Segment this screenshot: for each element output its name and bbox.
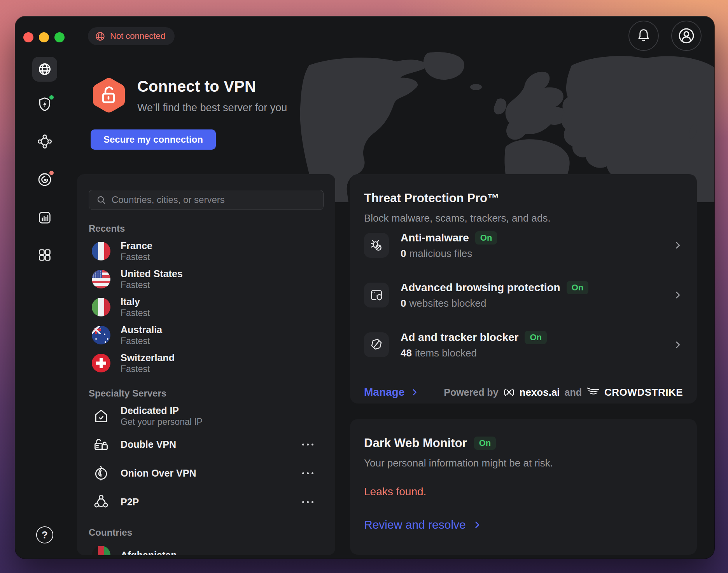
feature-row-anti-malware[interactable]: Anti-malware On 0malicious files <box>364 233 683 258</box>
feature-row-advanced-browsing-protection[interactable]: Advanced browsing protection On 0website… <box>364 283 683 307</box>
italy-flag-icon <box>92 298 110 316</box>
sidebar-item-vpn[interactable] <box>32 57 57 82</box>
status-badge: On <box>525 331 547 344</box>
server-search-box[interactable] <box>89 190 324 210</box>
server-row-australia[interactable]: Australia Fastest <box>89 321 324 349</box>
chevron-right-icon <box>673 290 683 300</box>
status-badge: On <box>475 231 497 245</box>
secure-connection-button[interactable]: Secure my connection <box>91 129 216 150</box>
globe-icon <box>38 62 52 76</box>
manage-link[interactable]: Manage <box>364 386 419 398</box>
server-row-onion-over-vpn[interactable]: Onion Over VPN <box>89 459 324 487</box>
united-states-flag-icon <box>92 270 110 288</box>
dark-web-monitor-card: Dark Web Monitor On Your personal inform… <box>350 419 697 555</box>
meshnet-icon <box>37 134 52 149</box>
close-window-button[interactable] <box>23 32 33 42</box>
threat-protection-card: Threat Protection Pro™ Block malware, sc… <box>350 174 697 404</box>
dark-web-alert-dot <box>48 169 55 176</box>
australia-flag-icon <box>92 326 110 344</box>
server-row-p2p[interactable]: P2P <box>89 487 324 516</box>
server-row-italy[interactable]: Italy Fastest <box>89 293 324 321</box>
crowdstrike-falcon-icon <box>586 386 600 398</box>
app-window: Not connected <box>15 16 714 559</box>
server-row-double-vpn[interactable]: Double VPN <box>89 430 324 459</box>
chevron-right-icon <box>673 340 683 350</box>
onion-over-vpn-icon <box>92 464 110 482</box>
sidebar-item-apps[interactable] <box>32 243 57 267</box>
notifications-button[interactable] <box>628 21 659 51</box>
grid-icon <box>37 248 52 262</box>
sidebar-item-meshnet[interactable] <box>32 129 57 154</box>
section-title-recents: Recents <box>89 223 324 234</box>
status-badge: On <box>474 437 496 450</box>
double-vpn-icon <box>92 435 110 454</box>
connection-status-text: Not connected <box>110 31 165 41</box>
search-icon <box>96 195 106 205</box>
nexos-logo-icon <box>503 388 515 397</box>
anti-malware-icon <box>364 233 389 258</box>
dedicated-ip-icon <box>92 407 110 425</box>
p2p-options-button[interactable] <box>299 498 317 506</box>
double-vpn-options-button[interactable] <box>299 440 317 449</box>
connection-status-pill: Not connected <box>88 27 175 45</box>
bar-chart-icon <box>37 210 52 225</box>
server-row-switzerland[interactable]: Switzerland Fastest <box>89 349 324 377</box>
onion-over-vpn-options-button[interactable] <box>299 469 317 477</box>
help-question-mark: ? <box>42 529 48 541</box>
profile-button[interactable] <box>671 21 702 51</box>
unlocked-vpn-icon <box>90 77 128 114</box>
sidebar-item-threat-protection[interactable] <box>32 92 57 117</box>
sidebar-item-dark-web-monitor[interactable] <box>32 167 57 192</box>
chevron-right-icon <box>673 240 683 250</box>
ad-blocker-icon <box>364 332 389 357</box>
chevron-right-icon <box>410 388 419 397</box>
server-list-panel: Recents France Fastest United States Fas… <box>77 174 335 555</box>
page-title: Connect to VPN <box>137 78 256 95</box>
section-title-countries: Countries <box>89 527 324 538</box>
fullscreen-window-button[interactable] <box>54 32 65 42</box>
search-input[interactable] <box>112 194 316 205</box>
dark-web-monitor-title: Dark Web Monitor <box>364 436 467 450</box>
window-controls <box>23 32 65 42</box>
feature-row-ad-tracker-blocker[interactable]: Ad and tracker blocker On 48items blocke… <box>364 332 683 357</box>
bell-icon <box>635 28 652 44</box>
profile-icon <box>677 27 695 45</box>
minimize-window-button[interactable] <box>39 32 49 42</box>
sidebar-item-statistics[interactable] <box>32 205 57 230</box>
browsing-protection-icon <box>364 283 389 307</box>
server-row-afghanistan[interactable]: Afghanistan <box>89 541 324 555</box>
threat-protection-subtitle: Block malware, scams, trackers, and ads. <box>364 212 683 224</box>
server-row-dedicated-ip[interactable]: Dedicated IP Get your personal IP <box>89 402 324 430</box>
powered-by: Powered by nexos.ai and CROWDSTRIKE <box>444 386 683 398</box>
leaks-found-alert: Leaks found. <box>364 486 683 498</box>
globe-status-icon <box>95 31 105 42</box>
threat-protection-active-dot <box>48 94 55 101</box>
section-title-specialty: Specialty Servers <box>89 388 324 399</box>
france-flag-icon <box>92 242 110 260</box>
switzerland-flag-icon <box>92 354 110 372</box>
status-badge: On <box>567 281 589 294</box>
server-row-france[interactable]: France Fastest <box>89 237 324 265</box>
dark-web-monitor-subtitle: Your personal information might be at ri… <box>364 457 683 469</box>
review-and-resolve-link[interactable]: Review and resolve <box>364 518 683 531</box>
threat-protection-title: Threat Protection Pro™ <box>364 191 683 205</box>
chevron-right-icon <box>472 520 482 530</box>
p2p-icon <box>92 493 110 511</box>
help-button[interactable]: ? <box>36 526 53 543</box>
server-row-united-states[interactable]: United States Fastest <box>89 265 324 293</box>
page-subtitle: We’ll find the best server for you <box>137 102 287 114</box>
afghanistan-flag-icon <box>92 546 110 555</box>
